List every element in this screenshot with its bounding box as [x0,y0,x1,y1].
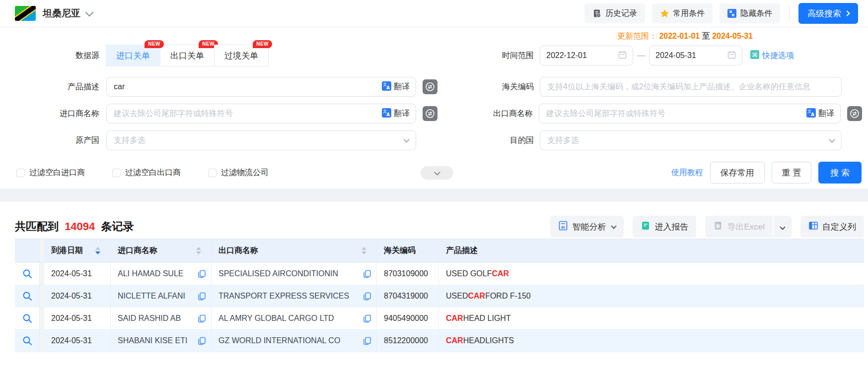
copy-icon[interactable] [198,292,206,301]
importer-name: SAID RASHID AB [118,314,181,323]
exporter-group: 出口商名称 文A 翻译 [491,104,863,123]
copy-icon[interactable] [363,314,371,323]
importer-name: ALI HAMAD SULE [118,269,183,278]
svg-text:A: A [386,85,390,90]
sort-desc-icon-active [95,251,100,254]
sort-icons[interactable] [196,247,201,254]
copy-icon[interactable] [363,337,371,345]
country-chevron-down-icon[interactable] [85,8,94,17]
view-detail-magnifier-icon[interactable] [22,291,32,301]
export-excel-label: 导出Excel [727,221,765,233]
description-highlight: CAR [468,292,485,301]
form-actions: 使用教程 保存常用 重 置 搜 索 [671,162,862,184]
exact-match-toggle[interactable] [422,79,438,95]
hscode-input[interactable] [540,77,841,96]
description-cell: CAR HEADLIGHTS [439,330,864,352]
column-header-exporter[interactable]: 出口商名称 [212,239,377,262]
chevron-down-icon [780,224,785,230]
collapse-form-button[interactable] [421,166,453,180]
copy-icon[interactable] [363,270,371,278]
filter-blank-exporter-checkbox[interactable]: 过滤空白出口商 [112,168,181,178]
history-button[interactable]: 历史记录 [584,3,645,23]
favorite-conditions-label: 常用条件 [673,8,705,19]
origin-destination-row: 原产国 支持多选 目的国 支持多选 [0,130,868,150]
svg-text:A: A [811,112,814,117]
enter-report-button[interactable]: 进入报告 [633,216,696,238]
command-icon: ⌘ [750,50,759,61]
tab-import-declarations[interactable]: 进口关单 NEW [106,45,160,66]
view-detail-magnifier-icon[interactable] [22,313,32,323]
hscode-cell: 8512200000 [377,330,439,352]
quick-options-button[interactable]: ⌘ 快捷选项 [750,50,794,61]
description-highlight: CAR [446,336,463,345]
checkbox-icon [16,169,25,177]
product-description-inputbox: 文A 翻译 [106,77,416,97]
origin-country-select[interactable]: 支持多选 [106,130,416,150]
frozen-column-gutter [40,285,44,307]
date-cell: 2024-05-31 [44,285,111,307]
exporter-cell: TRANSPORT EXPRESS SERVICES [212,285,377,307]
importer-name-label: 进口商名称 [14,109,99,119]
copy-icon[interactable] [198,314,206,323]
translate-button[interactable]: 文A 翻译 [382,81,416,93]
search-button[interactable]: 搜 索 [818,162,862,184]
sort-icons[interactable] [95,247,100,254]
translate-icon: 文A [806,108,816,120]
copy-icon[interactable] [198,270,206,278]
exporter-cell: GZ WORLD INTERNATIONAL CO [212,330,377,352]
translate-button[interactable]: 文A 翻译 [382,108,416,120]
hide-conditions-button[interactable]: 隐藏条件 [720,3,780,23]
update-range-start: 2022-01-01 [659,32,700,40]
exact-match-toggle[interactable] [422,106,438,122]
smart-analysis-button[interactable]: BI 智能分析 [550,216,624,238]
results-header: 共匹配到 14094 条记录 BI 智能分析 进入报告 [0,202,868,239]
column-header-label: 海关编码 [384,245,416,256]
description-text: FORD F-150 [485,292,531,301]
exact-match-toggle[interactable] [847,106,863,122]
destination-country-select[interactable]: 支持多选 [540,130,842,150]
reset-button[interactable]: 重 置 [772,162,812,184]
columns-icon [808,221,818,233]
importer-name: SHABANI KISE ETI [118,336,187,345]
start-date-input[interactable]: 2022-12-01 [540,46,633,65]
column-header-label: 进口商名称 [118,245,157,256]
results-summary: 共匹配到 14094 条记录 [15,219,134,234]
advanced-search-button[interactable]: 高级搜索 [798,3,858,24]
importer-cell: SHABANI KISE ETI [111,330,212,352]
exporter-name: TRANSPORT EXPRESS SERVICES [218,292,349,301]
filter-logistics-checkbox[interactable]: 过滤物流公司 [208,168,269,178]
frozen-column-gutter [40,307,44,329]
copy-icon[interactable] [198,337,206,345]
custom-columns-button[interactable]: 自定义列 [800,216,864,238]
new-badge: NEW [253,40,272,48]
end-date-input[interactable]: 2024-05-31 [649,46,742,65]
filter-blank-importer-checkbox[interactable]: 过滤空白进口商 [16,168,85,178]
importer-input[interactable] [107,104,382,123]
tutorial-link[interactable]: 使用教程 [671,168,703,178]
translate-label: 翻译 [394,82,410,92]
translate-icon: 文A [382,108,391,120]
translate-label: 翻译 [394,109,410,119]
product-description-input[interactable] [107,77,382,96]
copy-icon[interactable] [363,292,371,301]
importer-cell: SAID RASHID AB [111,307,212,329]
save-conditions-button[interactable]: 保存常用 [710,162,765,184]
view-detail-magnifier-icon[interactable] [22,269,32,279]
svg-text:A: A [386,112,390,117]
svg-text:⌘: ⌘ [752,52,758,59]
column-header-label: 到港日期 [51,245,83,256]
export-excel-button[interactable]: 导出Excel [705,216,773,238]
favorite-conditions-button[interactable]: 常用条件 [652,3,713,23]
tab-transit-declarations[interactable]: 过境关单 NEW [214,45,269,66]
sort-asc-icon [95,247,100,250]
export-icon [713,221,723,233]
sort-icons[interactable] [362,247,366,254]
translate-button[interactable]: 文A 翻译 [806,108,840,120]
tab-export-declarations[interactable]: 出口关单 NEW [160,45,215,66]
export-options-button[interactable] [774,216,792,238]
column-header-importer[interactable]: 进口商名称 [111,239,212,262]
exporter-input[interactable] [539,104,806,123]
view-detail-magnifier-icon[interactable] [22,336,32,346]
column-header-date[interactable]: 到港日期 [44,239,111,262]
exporter-cell: SPECIALISED AIRCONDITIONIN [212,263,377,285]
